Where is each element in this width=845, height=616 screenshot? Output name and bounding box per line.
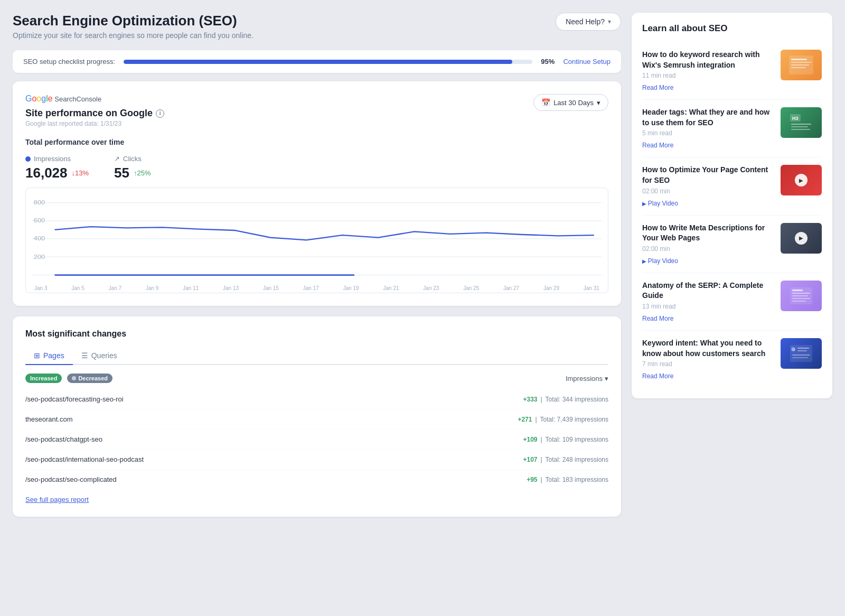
row-url: /seo-podcast/seo-complicated <box>25 475 117 483</box>
read-more-link[interactable]: Read More <box>642 84 673 91</box>
play-overlay: ▶ <box>795 232 808 245</box>
svg-rect-29 <box>797 348 809 349</box>
calendar-icon: 📅 <box>541 98 550 107</box>
learn-item-meta: 02:00 min <box>642 188 773 195</box>
date-filter-label: Last 30 Days <box>553 99 594 107</box>
tab-queries[interactable]: ☰ Queries <box>73 347 126 365</box>
list-item: How to Write Meta Descriptions for Your … <box>642 216 822 273</box>
clicks-cursor-icon: ↗ <box>114 155 120 163</box>
list-item: Anatomy of the SERP: A Complete Guide 13… <box>642 273 822 331</box>
sidebar-heading: Learn all about SEO <box>642 23 822 34</box>
separator: | <box>540 476 542 483</box>
gsc-title: Site performance on Google i <box>25 108 164 119</box>
setup-label: SEO setup checklist progress: <box>23 58 115 66</box>
row-total: Total: 7,439 impressions <box>540 416 608 423</box>
svg-rect-19 <box>791 129 810 130</box>
learn-text: Header tags: What they are and how to us… <box>642 107 773 150</box>
learn-seo-card: Learn all about SEO How to do keyword re… <box>632 13 832 398</box>
increased-badge[interactable]: Increased <box>25 374 62 383</box>
gsc-logo: Google SearchConsole <box>25 94 164 104</box>
filter-row: Increased Decreased Impressions ▾ <box>25 374 608 383</box>
row-stats: +107 | Total: 248 impressions <box>523 456 608 463</box>
play-video-link[interactable]: Play Video <box>642 257 678 265</box>
read-more-link[interactable]: Read More <box>642 372 673 380</box>
row-change: +107 <box>523 456 537 463</box>
row-url: /seo-podcast/chatgpt-seo <box>25 435 102 443</box>
svg-rect-22 <box>792 293 810 294</box>
impressions-dot <box>25 156 31 162</box>
learn-text: Anatomy of the SERP: A Complete Guide 13… <box>642 281 773 323</box>
progress-fill <box>124 60 512 64</box>
changes-title: Most significant changes <box>25 329 608 339</box>
separator: | <box>540 456 542 463</box>
clicks-value: 55 <box>114 165 129 181</box>
decreased-badge[interactable]: Decreased <box>67 374 112 383</box>
learn-thumb: ▶ <box>781 223 822 254</box>
table-row: /seo-podcast/seo-complicated +95 | Total… <box>25 470 608 489</box>
continue-setup-link[interactable]: Continue Setup <box>563 58 611 66</box>
queries-icon: ☰ <box>81 351 88 360</box>
svg-rect-31 <box>792 354 810 356</box>
gsc-date: Google last reported data: 1/31/23 <box>25 120 164 127</box>
performance-title: Total performance over time <box>25 138 608 146</box>
clicks-metric: ↗ Clicks 55 25% <box>114 155 151 181</box>
table-row: /seo-podcast/forecasting-seo-roi +333 | … <box>25 389 608 409</box>
svg-text:400: 400 <box>34 236 45 242</box>
svg-rect-13 <box>791 64 809 66</box>
learn-thumb <box>781 50 822 80</box>
learn-item-title: Keyword intent: What you need to know ab… <box>642 338 773 359</box>
impressions-metric: Impressions 16,028 13% <box>25 155 89 181</box>
pages-table: /seo-podcast/forecasting-seo-roi +333 | … <box>25 389 608 489</box>
setup-progress-bar: SEO setup checklist progress: 95% Contin… <box>13 50 621 73</box>
svg-rect-25 <box>792 301 806 302</box>
gsc-card: Google SearchConsole Site performance on… <box>13 81 621 306</box>
help-button[interactable]: Need Help? ▾ <box>556 13 621 31</box>
learn-text: How to do keyword research with Wix's Se… <box>642 50 773 92</box>
row-total: Total: 248 impressions <box>546 456 608 463</box>
sidebar: Learn all about SEO How to do keyword re… <box>632 13 832 517</box>
svg-rect-23 <box>792 295 808 296</box>
svg-rect-32 <box>792 357 808 358</box>
decreased-dot <box>72 376 76 380</box>
row-change: +95 <box>527 476 537 483</box>
learn-thumb: ▶ <box>781 165 822 195</box>
learn-item-meta: 02:00 min <box>642 245 773 253</box>
row-total: Total: 183 impressions <box>546 476 608 483</box>
row-url: theseorant.com <box>25 415 73 423</box>
learn-text: Keyword intent: What you need to know ab… <box>642 338 773 380</box>
info-icon[interactable]: i <box>156 109 164 118</box>
impressions-change: 13% <box>72 169 89 177</box>
impressions-filter[interactable]: Impressions ▾ <box>566 375 608 382</box>
row-change: +333 <box>523 396 537 403</box>
progress-track <box>124 60 532 64</box>
row-change: +271 <box>518 416 532 423</box>
clicks-change: 25% <box>134 169 151 177</box>
read-more-link[interactable]: Read More <box>642 315 673 322</box>
learn-item-meta: 5 min read <box>642 129 773 137</box>
learn-text: How to Optimize Your Page Content for SE… <box>642 165 773 207</box>
impressions-value: 16,028 <box>25 165 68 181</box>
row-stats: +271 | Total: 7,439 impressions <box>518 416 608 423</box>
row-total: Total: 109 impressions <box>546 436 608 443</box>
chevron-down-icon: ▾ <box>608 18 611 25</box>
changes-card: Most significant changes ⊞ Pages ☰ Queri… <box>13 316 621 517</box>
table-row: /seo-podcast/international-seo-podcast +… <box>25 450 608 470</box>
svg-text:200: 200 <box>34 254 45 260</box>
learn-item-title: How to Optimize Your Page Content for SE… <box>642 165 773 185</box>
play-overlay: ▶ <box>795 174 808 186</box>
learn-items-list: How to do keyword research with Wix's Se… <box>642 42 822 388</box>
svg-rect-30 <box>797 350 807 351</box>
list-item: Keyword intent: What you need to know ab… <box>642 331 822 388</box>
learn-item-meta: 13 min read <box>642 303 773 310</box>
date-filter-button[interactable]: 📅 Last 30 Days ▾ <box>533 94 608 111</box>
svg-rect-11 <box>791 59 807 60</box>
list-item: Header tags: What they are and how to us… <box>642 100 822 157</box>
tab-pages[interactable]: ⊞ Pages <box>25 347 73 365</box>
play-video-link[interactable]: Play Video <box>642 200 678 207</box>
svg-rect-12 <box>791 62 811 63</box>
read-more-link[interactable]: Read More <box>642 142 673 149</box>
see-full-report-link[interactable]: See full pages report <box>25 496 89 503</box>
row-url: /seo-podcast/forecasting-seo-roi <box>25 395 124 403</box>
list-item: How to Optimize Your Page Content for SE… <box>642 157 822 215</box>
badge-group: Increased Decreased <box>25 374 112 383</box>
